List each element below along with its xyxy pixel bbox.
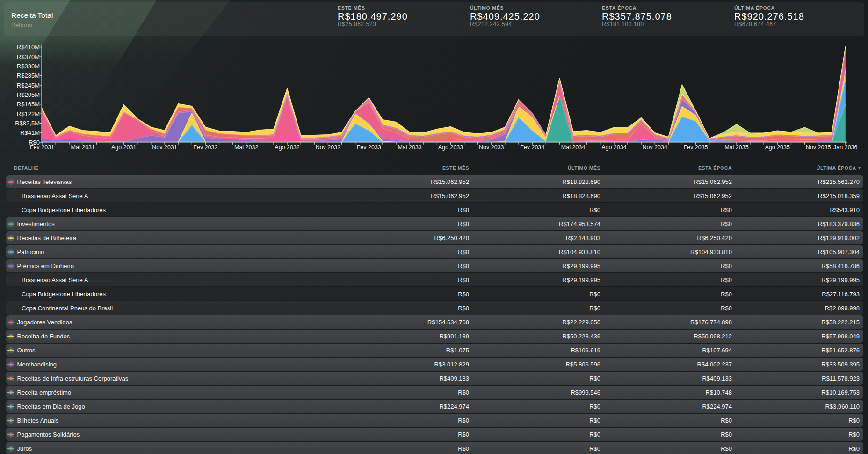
svg-text:R$330M: R$330M [17,63,40,70]
svg-text:Fev 2033: Fev 2033 [357,144,381,151]
svg-text:Ago 2033: Ago 2033 [438,144,463,151]
svg-text:R$205M: R$205M [17,91,40,98]
svg-text:Ago 2031: Ago 2031 [111,144,137,151]
svg-text:Nov 2031: Nov 2031 [152,144,177,151]
svg-text:Nov 2035: Nov 2035 [806,144,831,151]
svg-text:Mai 2034: Mai 2034 [561,144,585,151]
svg-text:Jan 2036: Jan 2036 [833,144,857,151]
svg-text:Fev 2035: Fev 2035 [683,144,708,151]
svg-text:Nov 2032: Nov 2032 [316,144,341,151]
svg-text:Nov 2033: Nov 2033 [479,144,504,151]
svg-text:Fev 2032: Fev 2032 [193,144,217,151]
svg-text:R$41M: R$41M [20,129,40,136]
svg-text:Mai 2031: Mai 2031 [71,144,95,151]
svg-text:R$370M: R$370M [17,53,40,60]
svg-text:Mai 2033: Mai 2033 [398,144,421,151]
svg-text:R$285M: R$285M [17,72,40,79]
svg-text:R$82,5M: R$82,5M [15,120,40,127]
svg-text:Ago 2035: Ago 2035 [765,144,790,151]
svg-text:Ago 2034: Ago 2034 [601,144,627,151]
svg-text:R$245M: R$245M [17,82,40,89]
svg-text:R$410M: R$410M [17,44,40,51]
svg-text:Ago 2032: Ago 2032 [275,144,300,151]
svg-text:Mai 2035: Mai 2035 [724,144,748,151]
svg-text:R$122M: R$122M [17,110,40,117]
svg-text:Fev 2034: Fev 2034 [520,144,544,151]
svg-text:R$165M: R$165M [17,101,40,108]
svg-text:Mai 2032: Mai 2032 [234,144,258,151]
svg-text:Fev 2031: Fev 2031 [30,144,54,151]
svg-text:Nov 2034: Nov 2034 [642,144,667,151]
